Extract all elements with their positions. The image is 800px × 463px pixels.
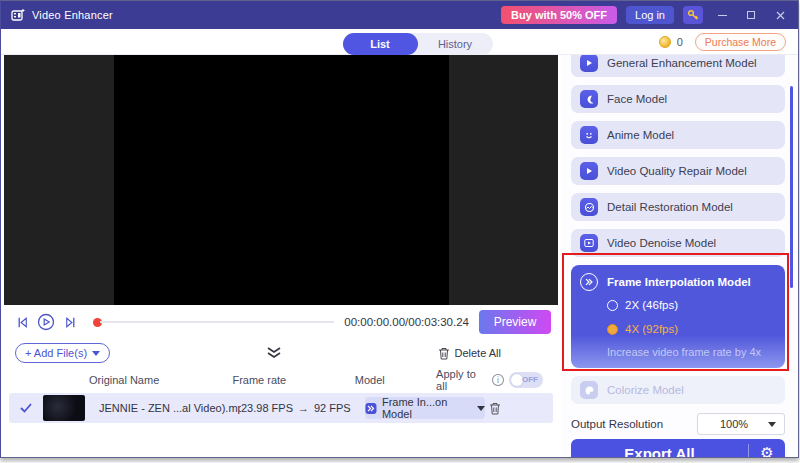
playback-controls: 00:00:00.00/00:03:30.24 Preview xyxy=(1,305,561,339)
sidebar-scrollbar[interactable] xyxy=(790,86,793,288)
double-chevron-down-icon xyxy=(266,347,282,359)
option-4x[interactable]: 4X (92fps) xyxy=(607,319,775,339)
export-all-label: Export All xyxy=(571,445,748,458)
apply-to-all-toggle[interactable]: OFF xyxy=(509,372,543,388)
top-bar: List History 0 Purchase More xyxy=(1,29,798,55)
model-card-video-quality-repair[interactable]: Video Quality Repair Model xyxy=(571,157,785,185)
video-preview xyxy=(4,55,558,305)
row-selected-check[interactable] xyxy=(9,403,43,413)
skip-forward-icon xyxy=(63,315,78,330)
chevron-down-icon xyxy=(477,406,485,411)
play-icon xyxy=(37,313,55,331)
register-key-button[interactable] xyxy=(683,6,703,24)
model-label: Anime Model xyxy=(607,129,674,141)
preview-button[interactable]: Preview xyxy=(479,310,551,334)
option-2x[interactable]: 2X (46fps) xyxy=(607,295,775,315)
option-4x-label: 4X (92fps) xyxy=(625,323,678,335)
app-title: Video Enhancer xyxy=(32,9,113,21)
row-delete-button[interactable] xyxy=(489,402,501,415)
maximize-icon xyxy=(747,11,755,19)
app-window: Video Enhancer Buy with 50% OFF Log in L… xyxy=(0,0,799,458)
output-resolution-label: Output Resolution xyxy=(571,418,663,430)
model-card-colorize[interactable]: Colorize Model xyxy=(571,376,785,404)
model-card-face[interactable]: Face Model xyxy=(571,85,785,113)
export-settings-button[interactable]: ⚙ xyxy=(749,444,785,457)
general-enhancement-icon xyxy=(580,55,598,72)
trash-icon xyxy=(438,347,450,360)
row-model-dropdown[interactable]: Frame In...on Model xyxy=(365,397,485,419)
purchase-more-button[interactable]: Purchase More xyxy=(695,33,786,51)
tab-list[interactable]: List xyxy=(343,33,418,55)
model-card-general-enhancement[interactable]: General Enhancement Model xyxy=(571,55,785,77)
model-card-video-denoise[interactable]: Video Denoise Model xyxy=(571,229,785,257)
maximize-button[interactable] xyxy=(741,6,761,24)
app-logo-icon xyxy=(11,8,25,22)
export-all-button[interactable]: Export All ⚙ xyxy=(571,439,785,457)
video-denoise-icon xyxy=(580,234,598,252)
previous-frame-button[interactable] xyxy=(13,313,31,331)
next-frame-button[interactable] xyxy=(61,313,79,331)
output-resolution-select[interactable]: 100% xyxy=(697,413,785,435)
delete-all-button[interactable]: Delete All xyxy=(438,347,501,360)
table-header: Original Name Frame rate Model Apply to … xyxy=(1,367,561,393)
radio-unselected-icon[interactable] xyxy=(607,300,618,311)
model-sidebar: General Enhancement Model Face Model Ani… xyxy=(561,55,798,457)
gear-icon: ⚙ xyxy=(760,444,773,457)
video-frame xyxy=(114,55,449,305)
toggle-state-label: OFF xyxy=(522,375,538,384)
skip-back-icon xyxy=(15,315,30,330)
buy-discount-button[interactable]: Buy with 50% OFF xyxy=(501,6,617,24)
file-name: JENNIE - ZEN ...al Video).mp4 xyxy=(99,402,241,414)
tab-group: List History xyxy=(343,33,493,55)
toggle-knob xyxy=(511,374,523,386)
add-files-button[interactable]: + Add File(s) xyxy=(15,343,110,363)
face-model-icon xyxy=(580,90,598,108)
model-card-frame-interpolation-selected[interactable]: Frame Interpolation Model 2X (46fps) 4X … xyxy=(571,265,785,368)
output-resolution-row: Output Resolution 100% xyxy=(571,412,785,436)
radio-selected-icon[interactable] xyxy=(607,324,618,335)
login-button[interactable]: Log in xyxy=(626,6,674,24)
model-label: Colorize Model xyxy=(607,384,684,396)
colorize-model-icon xyxy=(580,381,598,399)
apply-to-all-label: Apply to all xyxy=(436,368,487,392)
header-original-name: Original Name xyxy=(89,374,232,386)
model-label: Video Quality Repair Model xyxy=(607,165,747,177)
output-resolution-value: 100% xyxy=(720,418,748,430)
video-quality-repair-icon xyxy=(580,162,598,180)
chevron-down-icon xyxy=(768,422,776,427)
time-display: 00:00:00.00/00:03:30.24 xyxy=(344,316,469,328)
collapse-list-button[interactable] xyxy=(266,347,282,359)
checkmark-icon xyxy=(20,403,32,413)
chevron-down-icon xyxy=(92,351,100,356)
title-bar: Video Enhancer Buy with 50% OFF Log in xyxy=(1,1,798,29)
info-icon[interactable]: i xyxy=(492,374,504,386)
close-button[interactable] xyxy=(770,6,790,24)
minimize-icon xyxy=(718,15,727,16)
seek-track[interactable] xyxy=(100,321,334,323)
row-model-label: Frame In...on Model xyxy=(382,396,472,420)
close-icon xyxy=(776,11,785,20)
add-files-label: + Add File(s) xyxy=(25,347,87,359)
model-card-anime[interactable]: Anime Model xyxy=(571,121,785,149)
key-icon xyxy=(687,9,699,21)
play-button[interactable] xyxy=(37,313,55,331)
credit-count: 0 xyxy=(677,36,683,48)
frame-interpolation-icon xyxy=(365,402,377,415)
model-label: Video Denoise Model xyxy=(607,237,716,249)
frame-interpolation-icon xyxy=(580,273,598,291)
header-frame-rate: Frame rate xyxy=(232,374,354,386)
model-label: Face Model xyxy=(607,93,667,105)
seek-slider[interactable] xyxy=(93,318,334,327)
frame-interpolation-description: Increase video frame rate by 4x xyxy=(607,346,775,358)
detail-restoration-icon xyxy=(580,198,598,216)
model-label: General Enhancement Model xyxy=(607,57,757,69)
model-card-detail-restoration[interactable]: Detail Restoration Model xyxy=(571,193,785,221)
main-panel: 00:00:00.00/00:03:30.24 Preview + Add Fi… xyxy=(1,55,561,457)
fps-to: 92 FPS xyxy=(314,402,351,414)
file-row[interactable]: JENNIE - ZEN ...al Video).mp4 23.98 FPS … xyxy=(9,393,553,423)
tab-history[interactable]: History xyxy=(418,33,493,55)
model-label: Detail Restoration Model xyxy=(607,201,733,213)
fps-arrow: → xyxy=(298,402,309,414)
trash-icon xyxy=(489,402,501,415)
minimize-button[interactable] xyxy=(712,6,732,24)
